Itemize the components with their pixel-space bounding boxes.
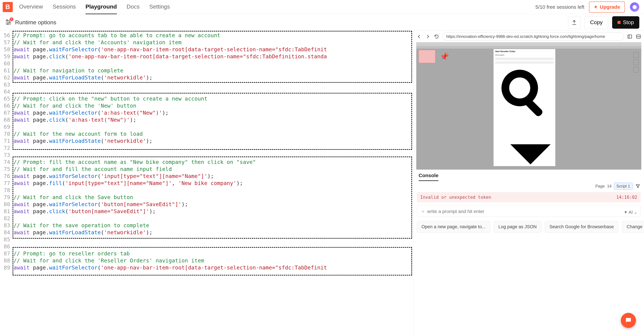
prompt-box[interactable]: ＋ ✦ AI ⌄: [417, 205, 641, 217]
runtime-badge: !: [10, 17, 14, 21]
filter-icon: [635, 184, 640, 189]
nav-tab-settings[interactable]: Settings: [149, 0, 170, 14]
code-line[interactable]: await page.click('a:has-text("New")');: [14, 116, 412, 123]
logo[interactable]: B: [3, 2, 13, 12]
code-line[interactable]: // Wait for the new account form to load: [14, 130, 412, 137]
nav-tab-docs[interactable]: Docs: [126, 0, 140, 14]
svg-point-1: [9, 21, 10, 23]
logo-letter: B: [5, 3, 10, 10]
code-line[interactable]: // Prompt: click on the "new" button to …: [14, 95, 412, 102]
nav-tab-overview[interactable]: Overview: [19, 0, 43, 14]
code-line[interactable]: [14, 81, 412, 88]
back-button[interactable]: [416, 34, 422, 39]
lightning-icon: [594, 5, 598, 9]
code-line[interactable]: // Wait for and click the 'Reseller Orde…: [14, 257, 412, 264]
line-gutter: 5657585960616263646566676869707172737475…: [0, 31, 12, 336]
console-error-row: Invalid or unexpected token 14:16:02: [417, 192, 641, 202]
console-tabs: Console: [414, 170, 644, 181]
browser-preview[interactable]: 📌 New Reseller Order Information: [416, 42, 641, 170]
console-meta: Page 14 Script 1: [414, 181, 644, 191]
plus-icon: ＋: [420, 208, 426, 215]
code-line[interactable]: await page.waitForLoadState('networkidle…: [14, 229, 412, 236]
suggestion-pill[interactable]: Change bac: [622, 221, 644, 233]
stop-icon: [618, 21, 620, 24]
avatar-inner: [632, 5, 636, 9]
stop-label: Stop: [623, 19, 634, 25]
nav-tab-playground[interactable]: Playground: [86, 0, 117, 14]
suggestion-pill[interactable]: Open a new page, navigate to...: [417, 221, 490, 233]
error-message: Invalid or unexpected token: [420, 195, 491, 200]
page-label: Page: [595, 184, 605, 189]
runtime-options-icon[interactable]: !: [5, 18, 12, 26]
code-line[interactable]: [14, 123, 412, 130]
svg-rect-3: [628, 35, 632, 38]
code-editor[interactable]: 5657585960616263646566676869707172737475…: [0, 31, 414, 336]
reload-button[interactable]: [434, 34, 440, 39]
code-line[interactable]: await page.click('one-app-nav-bar-item-r…: [14, 53, 412, 60]
code-line[interactable]: // Wait for and click the 'New' button: [14, 102, 412, 109]
ai-dropdown[interactable]: ✦ AI ⌄: [624, 210, 638, 215]
preview-modal-title: New Reseller Order: [494, 49, 555, 54]
code-line[interactable]: [14, 187, 412, 194]
svg-point-2: [7, 23, 8, 24]
code-line[interactable]: [14, 236, 412, 243]
code-line[interactable]: await page.waitForLoadState('networkidle…: [14, 137, 412, 144]
ai-label: AI: [628, 210, 633, 215]
code-line[interactable]: [14, 60, 412, 67]
code-line[interactable]: await page.waitForLoadState('networkidle…: [14, 74, 412, 81]
code-line[interactable]: // Prompt: fill the account name as "New…: [14, 159, 412, 166]
code-line[interactable]: // Wait for the save operation to comple…: [14, 222, 412, 229]
preview-modal-field: [495, 61, 554, 64]
svg-point-5: [505, 73, 534, 102]
code-line[interactable]: await page.click('button[name="SaveEdit"…: [14, 208, 412, 215]
code-line[interactable]: await page.waitForSelector('one-app-nav-…: [14, 264, 412, 271]
suggestion-pill[interactable]: Search Google for Browserbase: [545, 221, 618, 233]
code-line[interactable]: [14, 88, 412, 95]
nav-tab-sessions[interactable]: Sessions: [53, 0, 76, 14]
right-pane: 📌 New Reseller Order Information Console: [414, 31, 644, 336]
suggestion-pill[interactable]: Log page as JSON: [494, 221, 541, 233]
upgrade-button[interactable]: Upgrade: [589, 1, 625, 12]
code-line[interactable]: [14, 151, 412, 159]
expand-icon: [636, 34, 641, 39]
top-nav: B OverviewSessionsPlaygroundDocsSettings…: [0, 0, 644, 14]
magnifier-icon: [498, 66, 553, 122]
code-line[interactable]: await page.waitForSelector('a:has-text("…: [14, 109, 412, 116]
code-line[interactable]: // Prompt: go to accounts tab to be able…: [14, 32, 412, 39]
code-line[interactable]: await page.waitForSelector('one-app-nav-…: [14, 46, 412, 53]
code-line[interactable]: [14, 144, 412, 151]
prompt-input[interactable]: [427, 209, 637, 214]
arrow-left-icon: [416, 34, 422, 39]
runtime-options-label[interactable]: Runtime options: [15, 19, 56, 26]
code-line[interactable]: [14, 215, 412, 222]
code-line[interactable]: // Prompt: go to reseller orders tab: [14, 250, 412, 257]
stop-button[interactable]: Stop: [612, 16, 639, 29]
code-line[interactable]: await page.waitForSelector('input[type="…: [14, 173, 412, 180]
code-line[interactable]: // Wait for navigation to complete: [14, 67, 412, 74]
code-line[interactable]: await page.fill('input[type="text"][name…: [14, 180, 412, 187]
code-line[interactable]: // Wait for and click the 'Accounts' nav…: [14, 39, 412, 46]
panel-toggle-2[interactable]: [636, 34, 641, 39]
script-pill[interactable]: Script 1: [614, 183, 632, 190]
reload-icon: [434, 34, 439, 39]
forward-button[interactable]: [425, 34, 431, 39]
code-content[interactable]: // Prompt: go to accounts tab to be able…: [12, 31, 414, 336]
preview-modal-field: [495, 58, 554, 60]
console-tab[interactable]: Console: [418, 173, 438, 181]
help-fab[interactable]: [621, 313, 636, 328]
dropdown-triangle-icon: [510, 144, 550, 164]
code-line[interactable]: await page.waitForSelector('button[name=…: [14, 201, 412, 208]
code-line[interactable]: [14, 243, 412, 250]
url-input[interactable]: [442, 32, 624, 40]
filter-button[interactable]: [635, 183, 641, 189]
svg-point-0: [6, 19, 8, 21]
avatar[interactable]: [630, 2, 639, 12]
panel-toggle-1[interactable]: [627, 34, 632, 39]
preview-modal: New Reseller Order Information: [494, 49, 556, 166]
svg-rect-6: [524, 98, 544, 117]
code-line[interactable]: // Wait for and fill the account name in…: [14, 166, 412, 173]
code-line[interactable]: // Wait for and click the Save button: [14, 194, 412, 201]
copy-button[interactable]: Copy: [584, 16, 608, 29]
preview-right-icons: [633, 52, 639, 72]
share-button[interactable]: [568, 16, 580, 29]
